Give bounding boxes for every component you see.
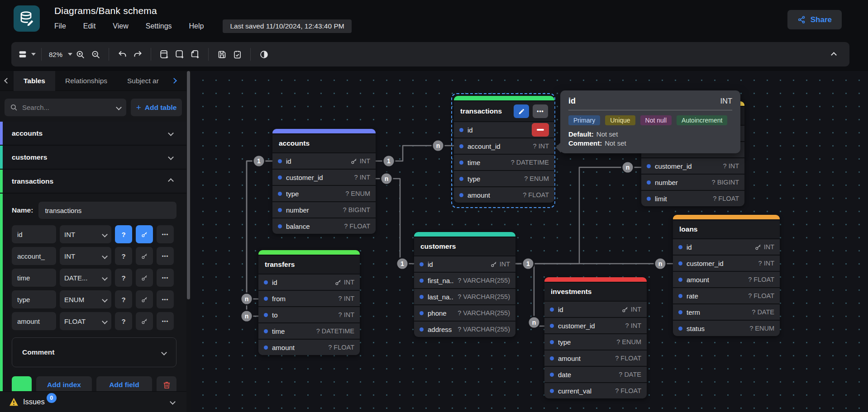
table-field-row[interactable]: time? DATETIME xyxy=(454,154,554,170)
field-name-input[interactable]: id xyxy=(12,225,56,243)
diagram-table-transactions[interactable]: transactions•••idaccount_id? INTtime? DA… xyxy=(454,96,554,203)
field-nullable-button[interactable]: ? xyxy=(115,269,132,287)
table-field-row[interactable]: number? BIGINT xyxy=(641,174,744,190)
field-type-select[interactable]: INT xyxy=(60,247,111,265)
edit-table-button[interactable] xyxy=(514,104,529,118)
sidebar-scrollbar[interactable] xyxy=(186,71,191,412)
table-field-row[interactable]: amount? FLOAT xyxy=(454,186,554,203)
table-field-row[interactable]: account_id? INT xyxy=(454,137,554,154)
search-input[interactable] xyxy=(22,104,112,111)
table-field-row[interactable]: term? DATE xyxy=(673,303,780,320)
field-type-select[interactable]: FLOAT xyxy=(60,312,111,330)
menu-edit[interactable]: Edit xyxy=(83,22,96,30)
field-nullable-button[interactable]: ? xyxy=(115,247,132,265)
field-name-input[interactable]: account_ xyxy=(12,247,56,265)
table-field-row[interactable]: from? INT xyxy=(258,290,360,306)
field-more-button[interactable]: ••• xyxy=(157,247,174,265)
tabs-scroll-right-button[interactable] xyxy=(167,79,181,83)
field-more-button[interactable]: ••• xyxy=(157,225,174,243)
table-title-row[interactable]: customers xyxy=(414,237,515,256)
comment-section[interactable]: Comment xyxy=(12,337,176,367)
theme-toggle-button[interactable] xyxy=(256,46,272,62)
add-table-button[interactable] xyxy=(157,46,172,62)
field-nullable-button[interactable]: ? xyxy=(115,225,132,243)
table-field-row[interactable]: idINT xyxy=(272,152,376,169)
field-name-input[interactable]: time xyxy=(12,269,56,287)
header-layout-button[interactable] xyxy=(18,46,36,62)
table-field-row[interactable]: customer_id? INT xyxy=(673,255,780,271)
chevron-down-icon[interactable] xyxy=(170,399,176,405)
table-field-row[interactable]: to? INT xyxy=(258,306,360,322)
scrollbar-thumb[interactable] xyxy=(187,71,190,299)
tab-subject-ar[interactable]: Subject ar xyxy=(117,71,167,91)
field-name-input[interactable]: amount xyxy=(12,312,56,330)
field-type-select[interactable]: ENUM xyxy=(60,290,111,308)
table-field-row[interactable]: idINT xyxy=(544,301,647,317)
sidebar-table-accounts[interactable]: accounts xyxy=(0,122,186,146)
field-name-input[interactable]: type xyxy=(12,290,56,308)
add-area-button[interactable] xyxy=(172,46,187,62)
chevron-down-icon[interactable] xyxy=(116,104,122,110)
table-title-row[interactable]: transactions••• xyxy=(454,100,554,121)
table-field-row[interactable]: type? ENUM xyxy=(454,170,554,186)
table-field-row[interactable]: idINT xyxy=(673,238,780,255)
table-field-row[interactable]: current_val? FLOAT xyxy=(544,382,647,398)
save-button[interactable] xyxy=(214,46,229,62)
sidebar-table-customers[interactable]: customers xyxy=(0,146,186,170)
table-field-row[interactable]: amount? FLOAT xyxy=(258,339,360,355)
redo-button[interactable] xyxy=(130,46,145,62)
diagram-table-investments[interactable]: investmentsidINTcustomer_id? INTtype? EN… xyxy=(544,277,647,398)
table-name-input[interactable] xyxy=(38,202,176,219)
diagram-table-loans[interactable]: loansidINTcustomer_id? INTamount? FLOATr… xyxy=(673,215,780,336)
add-index-button[interactable]: Add index xyxy=(36,376,92,391)
table-field-row[interactable]: status? ENUM xyxy=(673,320,780,336)
table-field-row[interactable]: rate? FLOAT xyxy=(673,287,780,303)
table-field-row[interactable]: customer_id? INT xyxy=(641,157,744,174)
tab-relationships[interactable]: Relationships xyxy=(55,71,117,91)
field-primary-key-button[interactable] xyxy=(136,290,153,308)
todo-button[interactable] xyxy=(229,46,245,62)
undo-button[interactable] xyxy=(114,46,130,62)
table-color-picker[interactable] xyxy=(12,376,32,391)
table-title-row[interactable]: investments xyxy=(544,282,647,301)
diagram-table-customers[interactable]: customersidINTfirst_na...? VARCHAR(255)l… xyxy=(414,232,515,337)
zoom-level-dropdown[interactable]: 82% xyxy=(47,46,72,62)
zoom-out-button[interactable] xyxy=(88,46,103,62)
delete-table-button[interactable] xyxy=(157,376,176,391)
field-nullable-button[interactable]: ? xyxy=(115,312,132,330)
table-field-row[interactable]: time? DATETIME xyxy=(258,322,360,339)
field-more-button[interactable]: ••• xyxy=(157,312,174,330)
tabs-scroll-left-button[interactable] xyxy=(0,79,14,83)
table-field-row[interactable]: balance? FLOAT xyxy=(272,218,376,234)
diagram-table-transfers[interactable]: transfersidINTfrom? INTto? INTtime? DATE… xyxy=(258,250,360,355)
table-field-row[interactable]: idINT xyxy=(414,256,515,272)
table-field-row[interactable]: type? ENUM xyxy=(544,333,647,350)
table-title-row[interactable]: transfers xyxy=(258,255,360,274)
diagram-table-accounts[interactable]: accountsidINTcustomer_id? INTtype? ENUMn… xyxy=(272,129,376,234)
field-primary-key-button[interactable] xyxy=(136,247,153,265)
field-nullable-button[interactable]: ? xyxy=(115,290,132,308)
share-button[interactable]: Share xyxy=(787,10,842,29)
table-field-row[interactable]: amount? FLOAT xyxy=(673,271,780,287)
menu-settings[interactable]: Settings xyxy=(146,22,172,30)
table-field-row[interactable]: idINT xyxy=(258,274,360,290)
field-more-button[interactable]: ••• xyxy=(157,290,174,308)
zoom-in-button[interactable] xyxy=(72,46,88,62)
table-field-row[interactable]: date? DATE xyxy=(544,366,647,382)
table-field-row[interactable]: id xyxy=(454,121,554,137)
table-field-row[interactable]: customer_id? INT xyxy=(544,317,647,333)
table-field-row[interactable]: limit? FLOAT xyxy=(641,190,744,206)
tab-tables[interactable]: Tables xyxy=(14,71,55,91)
table-title-row[interactable]: loans xyxy=(673,219,780,238)
add-table-sidebar-button[interactable]: + Add table xyxy=(131,99,182,116)
field-primary-key-button[interactable] xyxy=(136,312,153,330)
field-type-select[interactable]: DATE... xyxy=(60,269,111,287)
table-field-row[interactable]: customer_id? INT xyxy=(272,169,376,185)
table-field-row[interactable]: phone? VARCHAR(255) xyxy=(414,304,515,321)
issues-bar[interactable]: Issues 0 xyxy=(0,391,186,412)
table-field-row[interactable]: address? VARCHAR(255) xyxy=(414,321,515,337)
table-title-row[interactable]: accounts xyxy=(272,133,376,152)
table-field-row[interactable]: last_na...? VARCHAR(255) xyxy=(414,288,515,304)
add-field-button[interactable]: Add field xyxy=(96,376,152,391)
menu-help[interactable]: Help xyxy=(189,22,204,30)
